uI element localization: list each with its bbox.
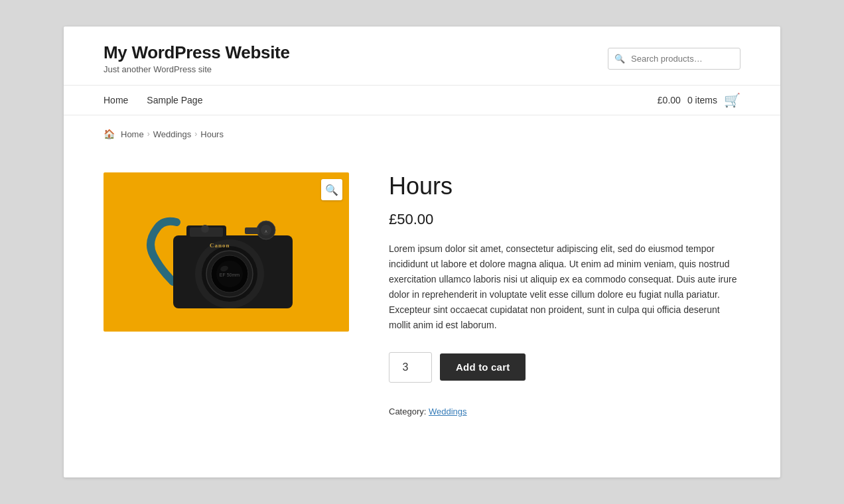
site-header: My WordPress Website Just another WordPr… — [64, 27, 780, 86]
product-image-wrap: Canon A EF 50mm 🔍 — [104, 172, 349, 332]
nav-links: Home Sample Page — [104, 86, 202, 115]
svg-text:EF 50mm: EF 50mm — [220, 273, 240, 277]
breadcrumb-weddings[interactable]: Weddings — [153, 129, 192, 139]
svg-text:Canon: Canon — [210, 242, 230, 249]
nav-sample-page[interactable]: Sample Page — [147, 95, 202, 105]
svg-point-12 — [201, 225, 209, 233]
main-nav: Home Sample Page £0.00 0 items 🛒 — [64, 86, 780, 115]
cart-icon: 🛒 — [724, 92, 740, 108]
category-link[interactable]: Weddings — [429, 407, 467, 416]
cart-items-count: 0 items — [687, 95, 717, 105]
home-icon: 🏠 — [104, 129, 115, 139]
search-icon: 🔍 — [614, 54, 625, 64]
breadcrumb-sep-1: › — [147, 129, 150, 139]
product-image: Canon A EF 50mm — [104, 172, 349, 332]
site-branding: My WordPress Website Just another WordPr… — [104, 42, 290, 74]
site-title: My WordPress Website — [104, 42, 290, 63]
product-description: Lorem ipsum dolor sit amet, consectetur … — [389, 241, 740, 334]
nav-home[interactable]: Home — [104, 95, 128, 105]
breadcrumb-current: Hours — [200, 129, 224, 139]
search-input[interactable] — [608, 48, 740, 70]
breadcrumb-sep-2: › — [194, 129, 197, 139]
product-area: Canon A EF 50mm 🔍 Hours £50.00 Lorem ips… — [64, 146, 780, 443]
search-form: 🔍 — [608, 48, 740, 70]
add-to-cart-row: Add to cart — [389, 352, 740, 383]
product-price: £50.00 — [389, 211, 740, 228]
zoom-button[interactable]: 🔍 — [321, 179, 342, 200]
cart-area[interactable]: £0.00 0 items 🛒 — [658, 92, 740, 108]
product-meta: Category: Weddings — [389, 407, 740, 416]
breadcrumb: 🏠 Home › Weddings › Hours — [64, 115, 780, 146]
product-title: Hours — [389, 172, 740, 200]
cart-amount: £0.00 — [658, 95, 681, 105]
quantity-input[interactable] — [389, 352, 432, 383]
add-to-cart-button[interactable]: Add to cart — [440, 353, 526, 381]
camera-illustration: Canon A EF 50mm — [133, 189, 319, 315]
svg-rect-13 — [245, 227, 259, 234]
category-label: Category: — [389, 407, 426, 416]
product-details: Hours £50.00 Lorem ipsum dolor sit amet,… — [389, 172, 740, 416]
breadcrumb-home[interactable]: Home — [121, 129, 144, 139]
site-description: Just another WordPress site — [104, 64, 290, 74]
zoom-icon: 🔍 — [325, 184, 338, 196]
